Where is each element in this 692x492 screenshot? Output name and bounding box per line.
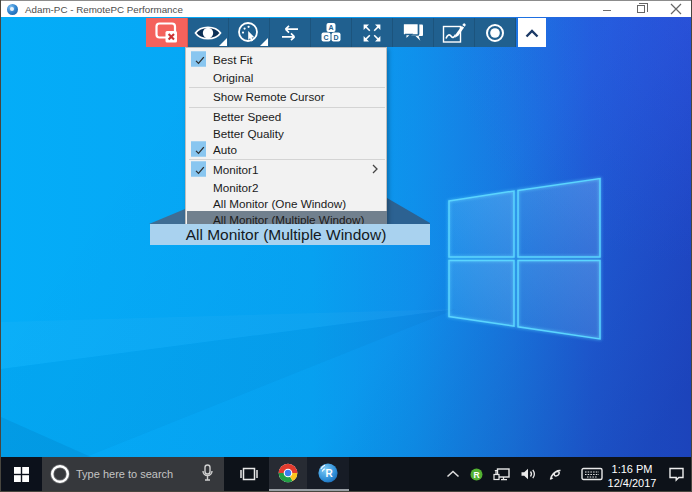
svg-text:R: R	[473, 469, 479, 479]
svg-text:A: A	[328, 24, 333, 31]
svg-text:R: R	[325, 468, 333, 479]
svg-text:D: D	[333, 33, 338, 40]
svg-text:C: C	[323, 33, 328, 40]
